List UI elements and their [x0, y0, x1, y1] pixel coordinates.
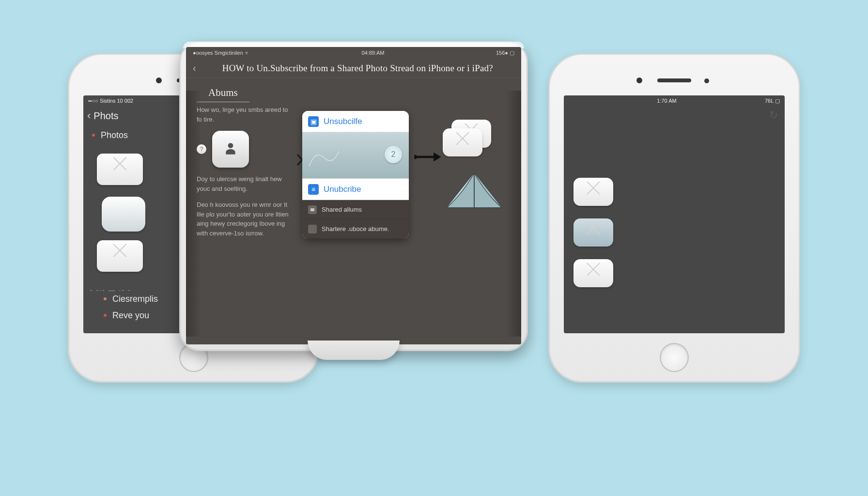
home-button[interactable]: [660, 343, 689, 372]
option-label: Unubcribe: [324, 185, 361, 194]
share-icon: [308, 225, 317, 233]
bullet-icon: [92, 134, 95, 137]
status-battery: 76L ▢: [765, 98, 780, 104]
iphone-right-frame: 1:70 AM 76L ▢ ↻: [548, 53, 800, 383]
album-icon-column: [564, 124, 785, 287]
nav-title: Phots: [93, 110, 118, 122]
result-column: [443, 120, 515, 214]
envelope-icon[interactable]: [97, 240, 143, 272]
ipad-screen: ●oosyes Smgictinilen ᯤ 04:89:AM 156● ▢ ‹…: [186, 47, 521, 344]
album-preview[interactable]: 2: [302, 132, 409, 179]
arrow-right-icon: [414, 150, 443, 166]
ipad-home-area: [308, 341, 400, 360]
chevron-left-icon: ‹: [87, 109, 91, 122]
option-label: Unsubcilfe: [324, 117, 362, 126]
row-label: Shared allums: [322, 206, 362, 213]
cloud-album-icon[interactable]: [102, 197, 145, 232]
iphone-right-screen: 1:70 AM 76L ▢ ↻: [564, 95, 785, 333]
back-button[interactable]: ‹: [193, 62, 196, 74]
instruction-line: How wo, lirge yeu smbs areed to fo tire.: [197, 105, 294, 124]
unsubscribe-option-2[interactable]: ≡ Unubcribe: [302, 179, 409, 200]
list-icon: ≡: [308, 184, 319, 195]
camera-dot-icon: [156, 78, 162, 83]
envelope-icon[interactable]: [574, 259, 613, 287]
envelope-icon[interactable]: [574, 178, 613, 206]
status-battery: 156● ▢: [496, 50, 514, 56]
step-badge: 2: [385, 146, 402, 163]
step-number: 2: [391, 150, 396, 159]
camera-dot-icon: [636, 78, 642, 83]
status-bar: ●oosyes Smgictinilen ᯤ 04:89:AM 156● ▢: [186, 47, 521, 59]
page-title: HOW to Un.Subscribe from a Shared Photo …: [201, 63, 514, 74]
question-icon: ?: [197, 144, 206, 154]
envelope-stack-icon: [443, 120, 515, 158]
sidebar-item-label: Reve you: [112, 310, 149, 321]
proximity-sensor-icon: [704, 78, 709, 83]
status-time: 1:70 AM: [657, 98, 676, 104]
sidebar-item-label: Ciesremplis: [112, 294, 158, 304]
folder-icon: [308, 205, 317, 214]
ipad-frame: ●oosyes Smgictinilen ᯤ 04:89:AM 156● ▢ ‹…: [179, 41, 528, 351]
status-bar: 1:70 AM 76L ▢: [564, 95, 785, 106]
envelope-icon[interactable]: [97, 154, 143, 185]
instruction-step: ?: [197, 131, 294, 168]
refresh-button[interactable]: ↻: [564, 106, 785, 124]
row-label: Shartere .uboce abume.: [322, 225, 389, 232]
refresh-icon: ↻: [769, 109, 778, 121]
contact-card-icon[interactable]: [212, 131, 249, 168]
envelope-icon: [443, 128, 482, 156]
svg-rect-0: [310, 208, 314, 211]
status-carrier: ••○○ Sistins 10 002: [88, 98, 133, 104]
section-albums-label[interactable]: Abums: [197, 78, 249, 102]
tent-icon: [443, 170, 506, 214]
instruction-line: Deo h koovoss you re wmr oor It llle plo…: [197, 200, 294, 238]
earpiece-icon: [657, 78, 691, 82]
unsubscribe-option-1[interactable]: ▣ Unsubcilfe: [302, 111, 409, 132]
instruction-line: Doy to ulercse weng linalt hew youc and …: [197, 174, 294, 193]
share-above-row[interactable]: Shartere .uboce abume.: [302, 219, 409, 239]
bullet-icon: [104, 314, 107, 317]
action-card: ▣ Unsubcilfe 2 ≡ Unubcribe Shared allums…: [302, 111, 409, 239]
instruction-column: How wo, lirge yeu smbs areed to fo tire.…: [197, 105, 294, 245]
bullet-icon: [104, 297, 107, 300]
envelope-icon[interactable]: [574, 218, 613, 247]
status-time: 04:89:AM: [361, 50, 384, 56]
title-bar: ‹ HOW to Un.Subscribe from a Shared Phot…: [186, 59, 521, 78]
shared-albums-row[interactable]: Shared allums: [302, 200, 409, 219]
status-carrier: ●oosyes Smgictinilen ᯤ: [193, 50, 250, 56]
photo-icon: ▣: [308, 116, 319, 127]
sidebar-item-label: Photos: [101, 130, 128, 140]
